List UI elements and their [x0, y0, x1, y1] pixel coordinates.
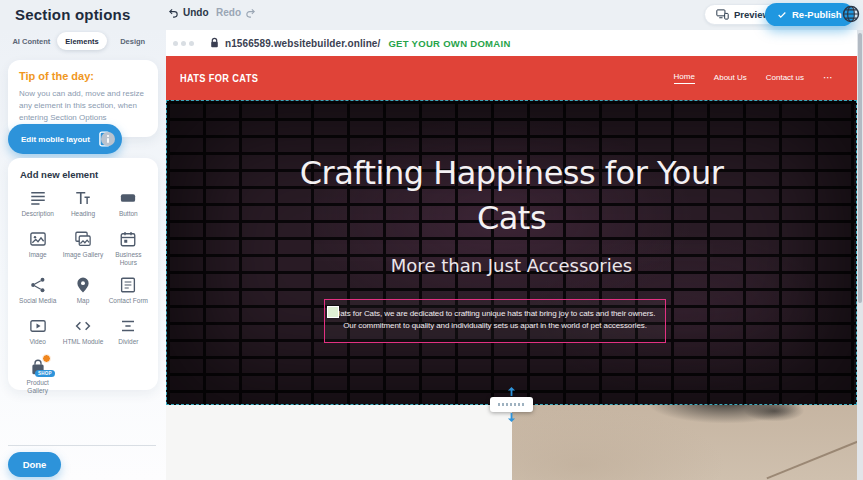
element-drag-handle[interactable]	[327, 306, 339, 318]
element-heading[interactable]: Heading	[61, 189, 104, 222]
text-lines-icon	[28, 189, 48, 207]
nav-about-us[interactable]: About Us	[714, 73, 747, 84]
scrollbar-thumb[interactable]	[858, 33, 862, 303]
photo-seam-line	[766, 429, 857, 479]
element-image-gallery[interactable]: Image Gallery	[61, 230, 104, 268]
window-dot-icon	[173, 41, 178, 46]
heading-icon	[73, 189, 93, 207]
element-business-hours[interactable]: Business Hours	[107, 230, 150, 268]
image-gallery-icon	[73, 230, 93, 248]
tip-body: Now you can add, move and resize any ele…	[19, 88, 147, 124]
globe-icon	[841, 4, 861, 24]
video-icon	[28, 317, 48, 335]
element-button[interactable]: Button	[107, 189, 150, 222]
element-social-media[interactable]: Social Media	[16, 276, 59, 309]
website-builder-app: Section options Undo Redo Preview Re-Pub…	[0, 0, 863, 480]
element-image[interactable]: Image	[16, 230, 59, 268]
hero-subheading[interactable]: More than Just Accessories	[167, 255, 856, 276]
done-button[interactable]: Done	[8, 452, 61, 477]
element-grid: Description Heading Button Image Image G…	[16, 189, 150, 396]
nav-home[interactable]: Home	[674, 72, 695, 84]
element-video[interactable]: Video	[16, 317, 59, 350]
sidebar-tabs: AI Content Elements Design	[6, 32, 158, 50]
lock-icon	[210, 34, 219, 52]
resize-arrow-up-icon	[507, 387, 516, 396]
element-contact-form[interactable]: Contact Form	[107, 276, 150, 309]
element-html-module[interactable]: HTML Module	[61, 317, 104, 350]
devices-icon	[716, 9, 729, 20]
nav-more-button[interactable]: ⋯	[823, 75, 833, 81]
element-map[interactable]: Map	[61, 276, 104, 309]
nav-contact-us[interactable]: Contact us	[766, 73, 804, 84]
new-badge-icon	[42, 354, 51, 363]
edit-mobile-layout-label: Edit mobile layout	[21, 135, 90, 144]
shop-badge: SHOP	[35, 370, 55, 377]
language-globe-button[interactable]	[841, 4, 861, 24]
page-title: Section options	[15, 6, 131, 23]
undo-icon	[168, 7, 179, 18]
site-logo[interactable]: HATS FOR CATS	[180, 72, 258, 84]
window-dot-icon	[181, 41, 186, 46]
browser-address-bar: n1566589.websitebuilder.online/ GET YOUR…	[166, 30, 857, 56]
button-icon	[118, 189, 138, 207]
shopping-bag-icon: SHOP	[28, 358, 48, 376]
hero-heading[interactable]: Crafting Happiness for Your Cats	[277, 151, 747, 241]
code-icon	[73, 317, 93, 335]
window-dot-icon	[189, 41, 194, 46]
site-url: n1566589.websitebuilder.online/	[225, 38, 380, 49]
resize-handle-dashes	[498, 403, 525, 406]
element-description[interactable]: Description	[16, 189, 59, 222]
hero-paragraph-line: Hats for Cats, we are dedicated to craft…	[331, 308, 659, 320]
undo-label: Undo	[183, 7, 209, 18]
section-resize-handle[interactable]	[490, 397, 533, 412]
divider-icon	[118, 317, 138, 335]
sidebar-panel: AI Content Elements Design Tip of the da…	[0, 30, 166, 480]
element-divider[interactable]: Divider	[107, 317, 150, 350]
share-icon	[28, 276, 48, 294]
map-pin-icon	[73, 276, 93, 294]
site-header: HATS FOR CATS Home About Us Contact us ⋯	[166, 56, 857, 100]
element-product-gallery[interactable]: SHOP Product Gallery	[16, 358, 59, 396]
check-icon	[777, 10, 787, 20]
form-icon	[118, 276, 138, 294]
republish-label: Re-Publish	[792, 9, 842, 20]
next-section-photo	[512, 405, 857, 480]
site-preview-canvas: n1566589.websitebuilder.online/ GET YOUR…	[166, 30, 857, 480]
resize-arrow-down-icon	[507, 413, 516, 422]
tab-design[interactable]: Design	[107, 32, 158, 50]
hero-section-selected[interactable]: Crafting Happiness for Your Cats More th…	[166, 100, 857, 405]
site-navigation: Home About Us Contact us ⋯	[674, 72, 834, 84]
tip-title: Tip of the day:	[19, 70, 147, 82]
info-button[interactable]	[101, 132, 115, 146]
tab-ai-content[interactable]: AI Content	[6, 32, 57, 50]
redo-label: Redo	[216, 7, 241, 18]
preview-scrollbar[interactable]	[857, 30, 863, 480]
tab-elements[interactable]: Elements	[57, 32, 108, 50]
sidebar-divider	[8, 445, 156, 446]
top-toolbar: Section options Undo Redo Preview Re-Pub…	[0, 0, 863, 30]
add-new-element-panel: Add new element Description Heading Butt…	[8, 158, 158, 390]
redo-button[interactable]: Redo	[216, 7, 256, 18]
image-icon	[28, 230, 48, 248]
calendar-icon	[118, 230, 138, 248]
hero-paragraph-line: Our commitment to quality and individual…	[331, 320, 659, 332]
info-icon	[101, 132, 115, 146]
redo-icon	[245, 7, 256, 18]
undo-button[interactable]: Undo	[168, 7, 209, 18]
hero-paragraph-selected-element[interactable]: Hats for Cats, we are dedicated to craft…	[324, 299, 666, 343]
add-new-element-title: Add new element	[16, 169, 150, 180]
get-own-domain-link[interactable]: GET YOUR OWN DOMAIN	[388, 38, 510, 49]
